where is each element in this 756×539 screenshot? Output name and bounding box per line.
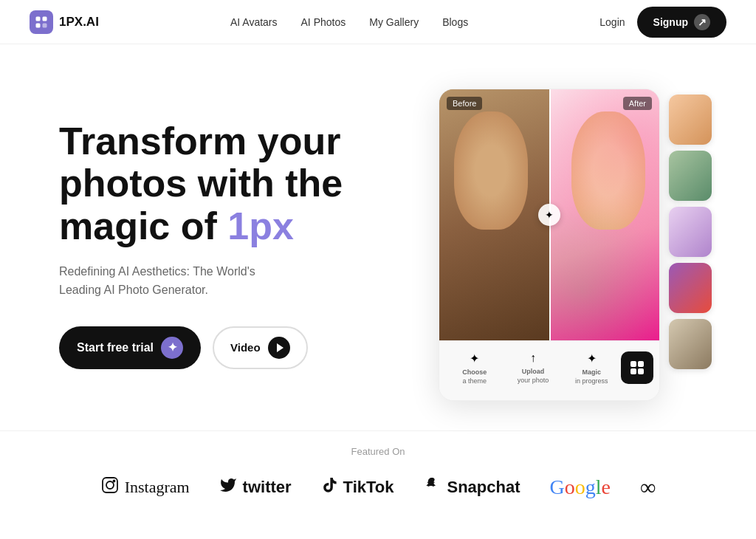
demo-image: Before After ✦ [439,89,659,340]
logo-icon [30,10,53,34]
grid-icon-box[interactable] [621,351,653,390]
step3-icon: ✦ [563,351,621,365]
twitter-icon [219,476,237,498]
thumbnail-3[interactable] [669,207,712,257]
featured-section: Featured On Instagram twitter [0,430,756,522]
hero-subtitle: Redefining AI Aesthetics: The World's Le… [59,262,295,300]
step1-icon: ✦ [445,351,504,365]
brand-name: 1PX.AI [59,15,99,30]
video-label: Video [230,341,261,354]
split-handle[interactable]: ✦ [538,204,560,226]
nav-ai-photos[interactable]: AI Photos [301,16,346,28]
signup-button[interactable]: Signup ↗ [637,7,726,38]
thumbnail-2[interactable] [669,151,712,201]
brand-instagram: Instagram [101,476,190,498]
brand-tiktok: TikTok [321,476,394,498]
step2-icon: ↑ [504,351,562,365]
demo-steps-bar: ✦ Choose a theme ↑ Upload your photo ✦ [439,340,659,400]
title-line3-prefix: magic of [59,205,227,247]
brand-logo-container[interactable]: 1PX.AI [30,10,99,34]
side-thumbnails [669,89,712,369]
flowers-decoration [549,89,659,340]
before-after-demo: Before After ✦ ✦ Choose [439,89,660,401]
svg-rect-0 [36,16,41,21]
snapchat-icon [423,476,441,498]
svg-rect-3 [43,23,47,27]
svg-rect-4 [103,478,117,492]
tiktok-label: TikTok [343,478,394,497]
featured-logos: Instagram twitter TikTok [0,475,756,500]
logo-svg [35,16,48,29]
thumbnail-1[interactable] [669,95,712,145]
meta-label: ∞ [640,475,655,500]
navbar: 1PX.AI AI Avatars AI Photos My Gallery B… [0,0,756,44]
svg-rect-1 [43,16,47,21]
instagram-label: Instagram [125,478,190,497]
step-magic-progress: ✦ Magic in progress [563,351,621,390]
brand-google: Google [550,476,611,499]
nav-links: AI Avatars AI Photos My Gallery Blogs [230,16,468,28]
before-label: Before [447,97,482,110]
login-button[interactable]: Login [599,16,625,28]
woman-face-before [454,111,528,230]
before-panel: Before [439,89,549,340]
hero-right: Before After ✦ ✦ Choose [439,89,712,401]
title-accent: 1px [227,205,294,247]
after-label: After [623,97,652,110]
hero-buttons: Start free trial ✦ Video [59,326,413,369]
video-button[interactable]: Video [213,326,308,369]
nav-my-gallery[interactable]: My Gallery [369,16,419,28]
snapchat-label: Snapchat [447,478,520,497]
instagram-icon [101,476,119,498]
brand-twitter: twitter [219,476,292,498]
start-trial-button[interactable]: Start free trial ✦ [59,326,201,369]
nav-blogs[interactable]: Blogs [442,16,468,28]
step-upload-photo: ↑ Upload your photo [504,351,562,390]
hero-title: Transform your photos with the magic of … [59,120,413,247]
after-panel: After [549,89,659,340]
play-icon [268,337,290,359]
svg-point-6 [113,481,114,482]
title-line1: Transform your [59,120,340,162]
step2-label: Upload your photo [504,368,562,385]
svg-point-5 [106,481,114,489]
trial-icon: ✦ [161,337,183,359]
tiktok-icon [321,476,337,498]
hero-left: Transform your photos with the magic of … [59,120,413,369]
hero-section: Transform your photos with the magic of … [0,44,756,430]
split-view: Before After ✦ [439,89,659,340]
brand-snapchat: Snapchat [423,476,520,498]
nav-actions: Login Signup ↗ [599,7,726,38]
signup-arrow-icon: ↗ [694,14,710,30]
trial-label: Start free trial [77,341,154,354]
step1-label: Choose a theme [445,368,504,385]
title-line2: photos with the [59,162,343,205]
step3-label: Magic in progress [563,368,621,385]
thumbnail-4[interactable] [669,263,712,313]
signup-label: Signup [653,16,688,28]
nav-ai-avatars[interactable]: AI Avatars [230,16,278,28]
step-choose-theme: ✦ Choose a theme [445,351,504,390]
svg-rect-2 [36,23,41,27]
featured-title: Featured On [0,446,756,457]
thumbnail-5[interactable] [669,319,712,369]
google-label: Google [550,476,611,499]
brand-meta: ∞ [640,475,655,500]
twitter-label: twitter [243,478,292,497]
